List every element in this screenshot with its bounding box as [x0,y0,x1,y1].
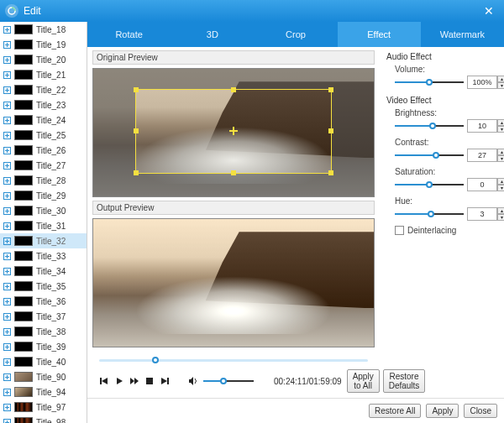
expand-icon[interactable] [3,389,11,396]
expand-icon[interactable] [3,147,11,154]
expand-icon[interactable] [3,56,11,64]
apply-to-all-button[interactable]: Apply to All [347,369,380,393]
tab-watermark[interactable]: Watermark [421,22,504,47]
tab-crop[interactable]: Crop [254,22,337,47]
expand-icon[interactable] [3,419,11,424]
step-down-icon[interactable]: ▾ [497,82,504,89]
next-button[interactable] [160,374,170,388]
close-button[interactable]: Close [464,404,497,418]
output-preview[interactable] [92,218,375,347]
tab-3d[interactable]: 3D [171,22,254,47]
expand-icon[interactable] [3,238,11,245]
step-down-icon[interactable]: ▾ [497,155,504,162]
sidebar-item[interactable]: Title_40 [0,354,87,369]
sidebar-item[interactable]: Title_39 [0,339,87,354]
sidebar-item[interactable]: Title_35 [0,279,87,294]
step-up-icon[interactable]: ▴ [497,178,504,185]
sidebar-item[interactable]: Title_34 [0,264,87,279]
restore-all-button[interactable]: Restore All [369,404,421,418]
sidebar-item[interactable]: Title_22 [0,82,87,97]
tab-rotate[interactable]: Rotate [87,22,171,47]
sidebar-item[interactable]: Title_33 [0,248,87,264]
crop-handle[interactable] [328,87,333,92]
contrast-value[interactable]: 27 ▴ ▾ [467,149,497,162]
expand-icon[interactable] [3,162,11,170]
expand-icon[interactable] [3,253,11,260]
volume-slider[interactable] [395,78,464,86]
sidebar-item[interactable]: Title_26 [0,143,87,158]
fast-forward-button[interactable] [129,374,139,388]
expand-icon[interactable] [3,268,11,275]
crop-handle[interactable] [231,170,236,175]
step-down-icon[interactable]: ▾ [497,214,504,221]
volume-slider[interactable] [203,377,254,385]
crop-center-icon[interactable] [229,127,238,135]
expand-icon[interactable] [3,343,11,351]
sidebar-item[interactable]: Title_94 [0,384,87,400]
volume-value[interactable]: 100% ▴ ▾ [467,76,497,89]
crop-handle[interactable] [328,128,333,133]
expand-icon[interactable] [3,222,11,230]
sidebar-item[interactable]: Title_21 [0,67,87,82]
expand-icon[interactable] [3,328,11,336]
saturation-value[interactable]: 0 ▴ ▾ [467,178,497,191]
apply-button[interactable]: Apply [426,404,459,418]
brightness-slider[interactable] [395,122,464,130]
hue-slider[interactable] [395,210,464,218]
hue-value[interactable]: 3 ▴ ▾ [467,207,497,221]
prev-button[interactable] [99,374,109,388]
sidebar-item[interactable]: Title_38 [0,324,87,339]
sidebar-item[interactable]: Title_18 [0,22,87,37]
sidebar-item[interactable]: Title_19 [0,37,87,52]
saturation-slider[interactable] [395,180,464,189]
expand-icon[interactable] [3,373,11,381]
sidebar-item[interactable]: Title_32 [0,233,87,248]
crop-handle[interactable] [134,170,139,175]
crop-handle[interactable] [134,87,139,92]
crop-handle[interactable] [231,87,236,92]
close-icon[interactable]: ✕ [479,3,499,19]
contrast-slider[interactable] [395,151,464,159]
expand-icon[interactable] [3,283,11,290]
checkbox-icon[interactable] [395,226,404,235]
expand-icon[interactable] [3,404,11,411]
sidebar-item[interactable]: Title_27 [0,158,87,173]
expand-icon[interactable] [3,177,11,185]
sidebar[interactable]: Title_18Title_19Title_20Title_21Title_22… [0,22,87,423]
step-up-icon[interactable]: ▴ [497,149,504,155]
sidebar-item[interactable]: Title_20 [0,52,87,67]
sidebar-item[interactable]: Title_37 [0,309,87,324]
original-preview[interactable] [92,68,375,197]
deinterlacing-checkbox[interactable]: Deinterlacing [395,226,497,235]
sidebar-item[interactable]: Title_29 [0,188,87,203]
expand-icon[interactable] [3,358,11,366]
sidebar-item[interactable]: Title_30 [0,203,87,218]
brightness-value[interactable]: 10 ▴ ▾ [467,119,497,133]
crop-rectangle[interactable] [135,89,332,173]
sidebar-item[interactable]: Title_25 [0,128,87,143]
step-up-icon[interactable]: ▴ [497,76,504,82]
step-down-icon[interactable]: ▾ [497,126,504,133]
expand-icon[interactable] [3,132,11,139]
expand-icon[interactable] [3,71,11,79]
step-up-icon[interactable]: ▴ [497,119,504,126]
expand-icon[interactable] [3,102,11,109]
expand-icon[interactable] [3,117,11,124]
expand-icon[interactable] [3,41,11,49]
play-button[interactable] [114,374,124,388]
step-down-icon[interactable]: ▾ [497,185,504,191]
sidebar-item[interactable]: Title_24 [0,112,87,128]
step-up-icon[interactable]: ▴ [497,207,504,214]
expand-icon[interactable] [3,26,11,34]
expand-icon[interactable] [3,86,11,94]
sidebar-item[interactable]: Title_23 [0,97,87,112]
crop-handle[interactable] [328,170,333,175]
expand-icon[interactable] [3,313,11,321]
tab-effect[interactable]: Effect [338,22,421,47]
expand-icon[interactable] [3,192,11,200]
stop-button[interactable] [144,374,155,388]
sidebar-item[interactable]: Title_28 [0,173,87,188]
sidebar-item[interactable]: Title_98 [0,415,87,423]
expand-icon[interactable] [3,207,11,215]
expand-icon[interactable] [3,298,11,306]
